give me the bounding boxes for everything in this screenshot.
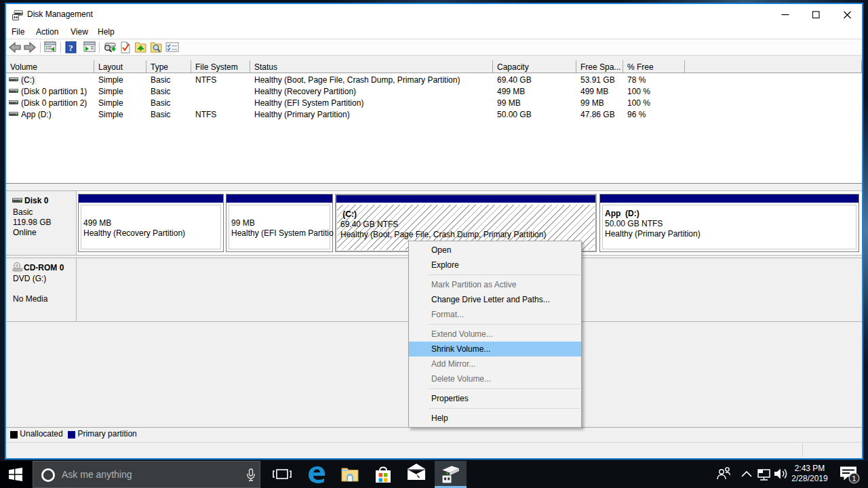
svg-text:?: ?	[68, 43, 73, 53]
svg-text:1: 1	[852, 474, 856, 483]
